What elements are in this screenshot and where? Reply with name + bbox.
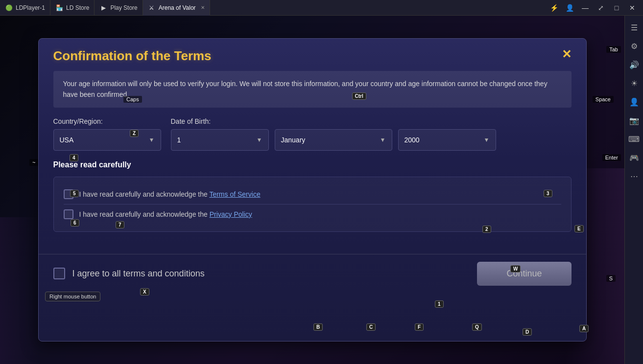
a-key-indicator: A xyxy=(579,325,589,332)
sidebar-keyboard-icon[interactable]: ⌨ xyxy=(626,131,642,147)
badge-3: 3 xyxy=(544,190,552,197)
account-button[interactable]: 👤 xyxy=(563,1,576,15)
c-key-indicator: C xyxy=(366,323,376,331)
minimize-button[interactable]: — xyxy=(578,1,592,15)
modal-close-button[interactable]: ✕ xyxy=(557,45,576,64)
z-key-indicator: Z xyxy=(130,130,139,137)
sidebar-volume-icon[interactable]: 🔊 xyxy=(626,57,642,72)
badge-1: 1 xyxy=(435,300,444,308)
modal-title: Confirmation of the Terms xyxy=(53,48,212,63)
e-key-indicator: E xyxy=(574,225,584,232)
badge-7: 7 xyxy=(116,221,124,228)
privacy-checkbox[interactable] xyxy=(64,209,73,219)
ctrl-hint: Ctrl xyxy=(352,92,366,100)
tos-link[interactable]: Terms of Service xyxy=(209,190,260,198)
ldplayer-icon: 🟢 xyxy=(5,4,13,12)
tab-key-indicator: Tab xyxy=(606,46,621,53)
b-key-indicator: B xyxy=(313,323,323,331)
tab-ldplayer[interactable]: 🟢 LDPlayer-1 xyxy=(0,0,50,16)
modal-header: Confirmation of the Terms Ctrl ✕ xyxy=(39,39,586,71)
country-value: USA xyxy=(60,136,74,144)
modal-overlay: Confirmation of the Terms Ctrl ✕ Your ag… xyxy=(0,16,624,364)
window-close-button[interactable]: ✕ xyxy=(625,1,639,15)
window-controls: ⚡ 👤 — ⤢ □ ✕ xyxy=(547,1,643,15)
tab-playstore[interactable]: ▶ Play Store xyxy=(95,0,143,16)
day-value: 1 xyxy=(177,136,181,144)
continue-button[interactable]: Continue xyxy=(477,262,571,286)
careful-heading: Please read carefully xyxy=(53,160,572,169)
rmb-tooltip: Right mouse button xyxy=(45,292,100,301)
f-key-indicator: F xyxy=(415,323,424,331)
badge-2: 2 xyxy=(482,226,491,233)
dob-selects: 1 ▼ January ▼ 2000 ▼ xyxy=(171,129,496,151)
ldstore-icon: 🏪 xyxy=(55,4,63,12)
day-select[interactable]: 1 ▼ xyxy=(171,129,269,151)
privacy-text: I have read carefully and acknowledge th… xyxy=(79,210,252,218)
s-key-indicator: S xyxy=(606,275,616,282)
agree-text: I agree to all terms and conditions xyxy=(72,269,470,279)
sidebar-person-icon[interactable]: 👤 xyxy=(626,94,642,110)
year-chevron-icon: ▼ xyxy=(484,136,490,143)
tab-ldstore-label: LD Store xyxy=(66,4,89,11)
privacy-checkbox-item: I have read carefully and acknowledge th… xyxy=(64,204,561,224)
tab-arena-label: Arena of Valor xyxy=(159,4,196,11)
space-key-indicator: Space xyxy=(593,96,614,103)
arena-icon: ⚔ xyxy=(148,4,156,12)
privacy-link[interactable]: Privacy Policy xyxy=(210,210,252,218)
tab-ldplayer-label: LDPlayer-1 xyxy=(16,4,45,11)
q-key-indicator: Q xyxy=(472,323,482,331)
badge-6: 6 xyxy=(71,219,79,227)
sidebar-gamepad-icon[interactable]: 🎮 xyxy=(626,150,642,165)
sidebar-settings-icon[interactable]: ⚙ xyxy=(626,38,642,54)
sidebar-menu-icon[interactable]: ☰ xyxy=(626,20,642,35)
tab-arena[interactable]: ⚔ Arena of Valor ✕ xyxy=(143,0,210,16)
month-select[interactable]: January ▼ xyxy=(275,129,392,151)
taskbar: 🟢 LDPlayer-1 🏪 LD Store ▶ Play Store ⚔ A… xyxy=(0,0,643,16)
right-sidebar: ☰ ⚙ 🔊 ☀ 👤 📷 ⌨ 🎮 ⋯ xyxy=(624,16,643,364)
country-chevron-icon: ▼ xyxy=(149,136,155,143)
dob-group: Date of Birth: 1 ▼ January ▼ 200 xyxy=(171,117,496,151)
sidebar-camera-icon[interactable]: 📷 xyxy=(626,113,642,128)
tab-arena-close[interactable]: ✕ xyxy=(201,5,205,10)
terms-modal: Confirmation of the Terms Ctrl ✕ Your ag… xyxy=(38,38,587,341)
year-select[interactable]: 2000 ▼ xyxy=(398,129,496,151)
caps-key-indicator: Caps xyxy=(123,96,142,103)
badge-4: 4 xyxy=(70,154,78,161)
tos-text: I have read carefully and acknowledge th… xyxy=(79,190,261,198)
maximize-button[interactable]: □ xyxy=(610,1,623,15)
agree-checkbox[interactable] xyxy=(53,268,65,279)
country-label: Country/Region: xyxy=(53,117,161,125)
tab-playstore-label: Play Store xyxy=(110,4,137,11)
lightning-button[interactable]: ⚡ xyxy=(547,1,561,15)
game-background: Confirmation of the Terms Ctrl ✕ Your ag… xyxy=(0,16,624,364)
dob-label: Date of Birth: xyxy=(171,117,496,125)
country-select[interactable]: USA ▼ xyxy=(53,129,161,151)
enter-key-indicator: Enter xyxy=(602,154,621,161)
tilde-key-indicator: ~ xyxy=(29,159,38,166)
d-key-indicator: D xyxy=(523,328,532,336)
terms-checkbox-area: I have read carefully and acknowledge th… xyxy=(53,177,572,232)
sidebar-brightness-icon[interactable]: ☀ xyxy=(626,75,642,91)
modal-footer: I agree to all terms and conditions Cont… xyxy=(39,254,586,293)
year-value: 2000 xyxy=(405,136,420,144)
tos-checkbox-item: I have read carefully and acknowledge th… xyxy=(64,184,561,204)
x-key-indicator: X xyxy=(140,288,149,296)
month-value: January xyxy=(281,136,306,144)
country-group: Country/Region: USA ▼ xyxy=(53,117,161,151)
badge-5: 5 xyxy=(70,190,79,197)
restore-button[interactable]: ⤢ xyxy=(594,1,608,15)
day-chevron-icon: ▼ xyxy=(257,136,262,143)
sidebar-more-icon[interactable]: ⋯ xyxy=(626,168,642,184)
w-key-indicator: W xyxy=(510,265,521,273)
month-chevron-icon: ▼ xyxy=(380,136,386,143)
playstore-icon: ▶ xyxy=(99,4,107,12)
tab-ldstore[interactable]: 🏪 LD Store xyxy=(50,0,95,16)
